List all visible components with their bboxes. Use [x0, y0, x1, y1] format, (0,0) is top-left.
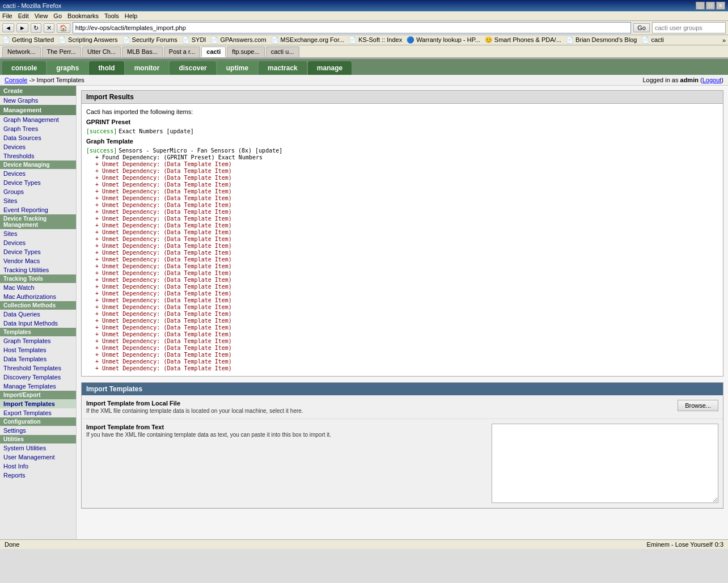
bookmark-smartphones[interactable]: 😊 Smart Phones & PDA/...: [485, 36, 561, 44]
tab-posta[interactable]: Post a r...: [164, 47, 200, 57]
sidebar-item-discovery-templates[interactable]: Discovery Templates: [0, 373, 76, 382]
nav-tab-graphs[interactable]: graphs: [47, 61, 88, 75]
sidebar-item-mac-watch[interactable]: Mac Watch: [0, 283, 76, 292]
tab-ftp[interactable]: ftp.supe...: [227, 47, 264, 57]
sidebar-item-threshold-templates[interactable]: Threshold Templates: [0, 364, 76, 373]
unmet-dep-line: + Unmet Dependency: (Data Template Item): [95, 222, 718, 229]
results-intro: Cacti has imported the following items:: [86, 108, 718, 115]
sidebar-item-manage-templates[interactable]: Manage Templates: [0, 382, 76, 391]
menu-bookmarks[interactable]: Bookmarks: [67, 12, 99, 19]
sidebar-item-graph-templates[interactable]: Graph Templates: [0, 336, 76, 345]
address-input[interactable]: http://ev-ops/cacti/templates_import.php: [73, 22, 632, 33]
bookmark-brian[interactable]: 📄 Brian Desmond's Blog: [566, 36, 637, 44]
maximize-btn[interactable]: □: [706, 2, 715, 10]
bookmark-msexchange[interactable]: 📄 MSExchange.org For...: [271, 36, 345, 44]
sidebar-item-graph-trees[interactable]: Graph Trees: [0, 124, 76, 133]
tab-mlbbas[interactable]: MLB Bas...: [122, 47, 163, 57]
unmet-dep-line: + Unmet Dependency: (Data Template Item): [95, 351, 718, 358]
bookmark-sydi[interactable]: 📄 SYDI: [182, 36, 206, 44]
forward-button[interactable]: ►: [16, 23, 28, 32]
tab-cactiu[interactable]: cacti u...: [266, 47, 299, 57]
sidebar-item-system-utilities[interactable]: System Utilities: [0, 443, 76, 453]
nav-tab-discover[interactable]: discover: [170, 61, 215, 75]
sidebar-item-import-templates[interactable]: Import Templates: [0, 399, 76, 408]
sidebar-item-thresholds[interactable]: Thresholds: [0, 151, 76, 160]
menu-view[interactable]: View: [35, 12, 48, 19]
menu-edit[interactable]: Edit: [18, 12, 29, 19]
import-results-box: Import Results Cacti has imported the fo…: [81, 90, 723, 377]
sidebar-item-device-types-dt[interactable]: Device Types: [0, 247, 76, 256]
tab-utterch[interactable]: Utter Ch...: [82, 47, 121, 57]
sidebar-item-data-templates[interactable]: Data Templates: [0, 354, 76, 364]
menu-tools[interactable]: Tools: [104, 12, 119, 19]
sidebar-item-user-management[interactable]: User Management: [0, 453, 76, 462]
local-file-row: Import Template from Local File If the X…: [82, 395, 723, 419]
bookmark-cacti[interactable]: 📄 cacti: [641, 36, 664, 44]
stop-button[interactable]: ✕: [44, 23, 54, 33]
browse-button[interactable]: Browse...: [678, 400, 718, 411]
menu-help[interactable]: Help: [125, 12, 138, 19]
bookmark-security[interactable]: 📄 Security Forums: [122, 36, 177, 44]
sidebar-item-vendor-macs[interactable]: Vendor Macs: [0, 256, 76, 265]
main-layout: Create New Graphs Management Graph Manag…: [0, 86, 728, 539]
tab-perr[interactable]: The Perr...: [42, 47, 81, 57]
bookmark-kssoft[interactable]: 📄 KS-Soft :: Index: [349, 36, 402, 44]
bookmark-scripting[interactable]: 📄 Scripting Answers: [58, 36, 117, 44]
breadcrumb: Console -> Import Templates: [5, 77, 84, 83]
reload-button[interactable]: ↻: [31, 23, 41, 33]
sidebar-item-groups[interactable]: Groups: [0, 187, 76, 196]
home-button[interactable]: 🏠: [57, 23, 70, 33]
sidebar-item-mac-auth[interactable]: Mac Authorizations: [0, 292, 76, 301]
menu-bar: File Edit View Go Bookmarks Tools Help: [0, 11, 728, 21]
sidebar-item-tracking-utilities[interactable]: Tracking Utilities: [0, 265, 76, 274]
tab-cacti[interactable]: cacti: [201, 47, 226, 57]
unmet-dep-line: + Unmet Dependency: (Data Template Item): [95, 174, 718, 181]
sidebar-item-host-info[interactable]: Host Info: [0, 462, 76, 471]
bookmark-getting-started[interactable]: 📄 Getting Started: [2, 36, 54, 44]
nav-tab-uptime[interactable]: uptime: [217, 61, 257, 75]
sidebar-item-device-types[interactable]: Device Types: [0, 178, 76, 187]
sidebar-item-devices[interactable]: Devices: [0, 142, 76, 151]
logout-link[interactable]: Logout: [702, 77, 722, 83]
unmet-dep-line: + Unmet Dependency: (Data Template Item): [95, 324, 718, 331]
sidebar-item-sites-dt[interactable]: Sites: [0, 229, 76, 238]
bookmarks-extend[interactable]: »: [722, 37, 726, 44]
unmet-dep-line: + Unmet Dependency: (Data Template Item): [95, 290, 718, 297]
sidebar-item-devices-dm[interactable]: Devices: [0, 169, 76, 178]
unmet-dep-line: + Unmet Dependency: (Data Template Item): [95, 208, 718, 215]
go-button[interactable]: Go: [633, 23, 650, 32]
status-left: Done: [5, 541, 19, 548]
sidebar-item-data-sources[interactable]: Data Sources: [0, 133, 76, 142]
sidebar-item-sites[interactable]: Sites: [0, 196, 76, 205]
sidebar-item-data-input-methods[interactable]: Data Input Methods: [0, 319, 76, 328]
template-text-input[interactable]: [492, 424, 718, 503]
sidebar-item-reports[interactable]: Reports: [0, 471, 76, 480]
sidebar-item-export-templates[interactable]: Export Templates: [0, 408, 76, 417]
sidebar-item-devices-dt[interactable]: Devices: [0, 238, 76, 247]
nav-tab-mactrack[interactable]: mactrack: [259, 61, 307, 75]
menu-go[interactable]: Go: [53, 12, 62, 19]
bookmark-warranty[interactable]: 🔵 Warranty lookup - HP...: [407, 36, 480, 44]
nav-tab-manage[interactable]: manage: [308, 61, 352, 75]
nav-tab-monitor[interactable]: monitor: [125, 61, 169, 75]
close-btn[interactable]: ✕: [716, 2, 725, 10]
sidebar-item-graph-management[interactable]: Graph Management: [0, 115, 76, 124]
sidebar-item-data-queries[interactable]: Data Queries: [0, 310, 76, 319]
breadcrumb-home[interactable]: Console: [5, 77, 27, 83]
minimize-btn[interactable]: _: [696, 2, 705, 10]
tab-network[interactable]: Network...: [2, 47, 41, 57]
breadcrumb-separator: ->: [29, 77, 36, 83]
nav-tab-thold[interactable]: thold: [89, 61, 124, 75]
search-input[interactable]: [652, 22, 726, 33]
status-text: Done: [5, 541, 19, 548]
sidebar-item-new-graphs[interactable]: New Graphs: [0, 96, 76, 105]
status-bar: Done Eminem - Lose Yourself 0:3: [0, 539, 728, 549]
bookmark-gpanswers[interactable]: 📄 GPAnswers.com: [210, 36, 266, 44]
sidebar-item-host-templates[interactable]: Host Templates: [0, 345, 76, 354]
sidebar-item-event-reporting[interactable]: Event Reporting: [0, 205, 76, 214]
sidebar-item-settings[interactable]: Settings: [0, 426, 76, 435]
unmet-dep-line: + Unmet Dependency: (Data Template Item): [95, 331, 718, 337]
menu-file[interactable]: File: [2, 12, 12, 19]
back-button[interactable]: ◄: [2, 23, 14, 32]
nav-tab-console[interactable]: console: [2, 61, 46, 75]
